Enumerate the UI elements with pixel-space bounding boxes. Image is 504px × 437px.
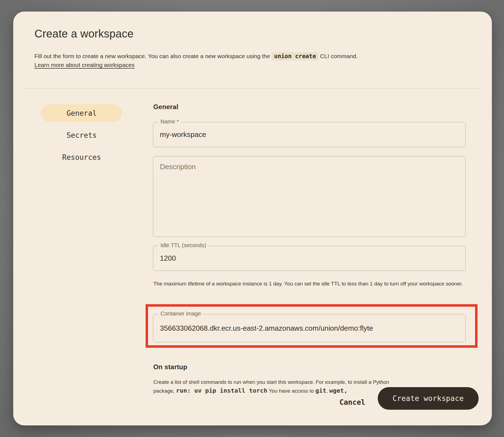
name-input[interactable]	[153, 122, 465, 147]
startup-code-wget: wget,	[329, 387, 347, 394]
screen: Create a workspace Fill out the form to …	[0, 0, 504, 437]
learn-more-link[interactable]: Learn more about creating workspaces	[34, 62, 135, 68]
section-heading-on-startup: On startup	[153, 363, 187, 371]
startup-description-line1: Create a list of shell commands to run w…	[153, 378, 389, 386]
page-title: Create a workspace	[34, 28, 133, 40]
startup-code-run: run: uv pip install torch	[176, 387, 267, 394]
section-heading-general: General	[153, 103, 178, 111]
form-section-tabs: General Secrets Resources	[41, 104, 122, 171]
create-workspace-button[interactable]: Create workspace	[378, 387, 479, 410]
description-field[interactable]: Description	[153, 156, 466, 237]
startup-text: package,	[153, 388, 176, 394]
idle-ttl-helper-text: The maximum lifetime of a workspace inst…	[153, 280, 477, 287]
startup-code-git: git	[315, 387, 326, 394]
startup-description-line2: package, run: uv pip install torch You h…	[153, 387, 347, 395]
startup-text-sep: ,	[326, 388, 329, 394]
dialog-description-text: Fill out the form to create a new worksp…	[34, 53, 272, 59]
cancel-button[interactable]: Cancel	[333, 395, 372, 410]
tab-resources[interactable]: Resources	[41, 149, 122, 166]
startup-text-mid: You have access to	[267, 388, 315, 394]
idle-ttl-input[interactable]	[153, 246, 465, 271]
description-placeholder: Description	[160, 163, 196, 171]
container-image-input[interactable]	[153, 314, 465, 342]
cli-command-chip: union create	[272, 52, 318, 60]
create-workspace-dialog: Create a workspace Fill out the form to …	[13, 12, 492, 425]
idle-ttl-field: Idle TTL (seconds)	[153, 246, 466, 271]
dialog-description-text-after: CLI command.	[318, 53, 358, 59]
name-field: Name *	[153, 122, 466, 147]
tab-secrets[interactable]: Secrets	[41, 126, 122, 144]
tab-general[interactable]: General	[41, 104, 122, 122]
dialog-description: Fill out the form to create a new worksp…	[34, 52, 437, 61]
header-divider	[23, 88, 482, 89]
container-image-field: Container image	[153, 314, 466, 342]
